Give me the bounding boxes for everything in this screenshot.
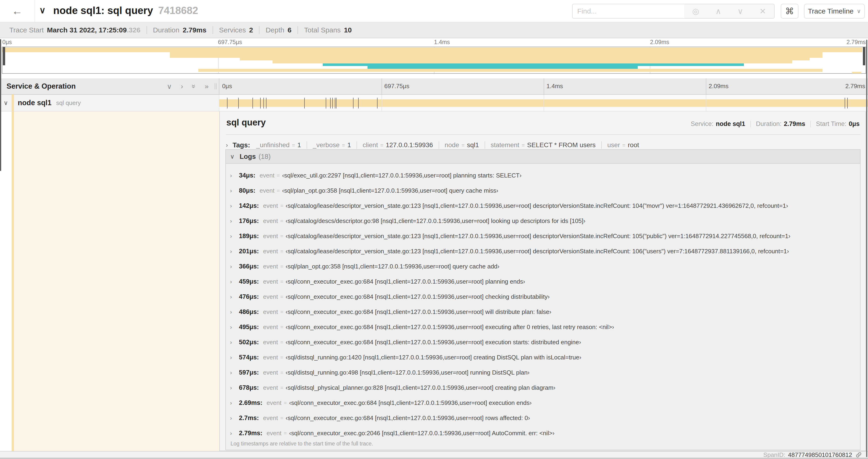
minimap-left-handle[interactable] (3, 47, 5, 65)
log-row[interactable]: ›2.69ms:event=‹sql/conn_executor_exec.go… (226, 395, 860, 411)
tag-item: client=127.0.0.1:59936 (356, 141, 438, 149)
log-row[interactable]: ›34μs:event=‹sql/exec_util.go:2297 [nsql… (226, 168, 860, 183)
expand-all-icon[interactable]: » (205, 82, 209, 90)
tree-controls: ∨ › » » (167, 82, 209, 91)
minimap-right-handle[interactable] (863, 47, 865, 65)
log-message: ‹sql/catalog/lease/descriptor_version_st… (286, 248, 789, 255)
ruler-tick-label: 0μs (222, 83, 232, 90)
spanid-value: 4877749850101760812 (788, 451, 852, 459)
log-message: ‹sql/distsql_running.go:498 [nsql1,clien… (286, 369, 529, 376)
find-next-icon[interactable]: ∨ (737, 6, 743, 16)
chevron-right-icon[interactable]: › (230, 339, 235, 346)
find-prev-icon[interactable]: ∧ (715, 6, 721, 16)
log-marker-tick (304, 98, 305, 108)
log-row[interactable]: ›189μs:event=‹sql/catalog/lease/descript… (226, 229, 860, 244)
chevron-right-icon[interactable]: › (230, 369, 235, 376)
duration-value: 2.79ms (784, 120, 805, 128)
equals-sign: = (280, 233, 283, 239)
log-row[interactable]: ›142μs:event=‹sql/catalog/lease/descript… (226, 198, 860, 214)
ruler-tick-label: 2.09ms (709, 83, 728, 90)
log-marker-tick (266, 98, 267, 108)
span-detail-meta: Service: node sql1 Duration: 2.79ms Star… (691, 120, 860, 128)
log-field-name: event (267, 399, 282, 406)
log-field-name: event (263, 217, 278, 225)
collapse-all-icon[interactable]: » (190, 85, 198, 88)
log-row[interactable]: ›176μs:event=‹sql/catalog/descs/descript… (226, 214, 860, 229)
log-row[interactable]: ›574μs:event=‹sql/distsql_running.go:142… (226, 350, 860, 365)
chevron-right-icon[interactable]: › (230, 248, 235, 255)
trace-collapse-chevron-icon[interactable]: ∨ (39, 5, 46, 15)
log-row[interactable]: ›597μs:event=‹sql/distsql_running.go:498… (226, 365, 860, 380)
locate-icon[interactable]: ◎ (692, 6, 699, 16)
log-row[interactable]: ›495μs:event=‹sql/conn_executor_exec.go:… (226, 320, 860, 335)
log-message: ‹sql/catalog/descs/descriptor.go:98 [nsq… (286, 217, 585, 225)
log-message: ‹sql/plan_opt.go:358 [nsql1,client=127.0… (282, 187, 498, 194)
spanid-label: SpanID: (763, 451, 785, 459)
log-row[interactable]: ›502μs:event=‹sql/conn_executor_exec.go:… (226, 335, 860, 350)
log-row[interactable]: ›486μs:event=‹sql/conn_executor_exec.go:… (226, 304, 860, 320)
vertical-scrollbar[interactable] (866, 40, 867, 457)
minimap-span-band (170, 52, 823, 58)
chevron-right-icon[interactable]: › (230, 385, 235, 391)
chevron-right-icon[interactable]: › (230, 218, 235, 224)
link-icon[interactable] (856, 452, 862, 458)
logs-label: Logs (240, 153, 256, 160)
chevron-right-icon[interactable]: › (230, 263, 235, 270)
chevron-right-icon[interactable]: › (230, 233, 235, 239)
log-field-name: event (263, 339, 278, 346)
chevron-right-icon[interactable]: › (230, 294, 235, 300)
span-color-strip (12, 111, 14, 451)
log-marker-tick (332, 98, 333, 108)
back-arrow-icon: ← (12, 5, 23, 17)
tag-item: _verbose=1 (307, 141, 356, 149)
chevron-right-icon[interactable]: › (230, 188, 235, 194)
summary-value: 10 (344, 26, 352, 34)
log-row[interactable]: ›80μs:event=‹sql/plan_opt.go:358 [nsql1,… (226, 183, 860, 198)
column-resizer-handle[interactable] (215, 83, 217, 89)
find-input[interactable] (572, 4, 685, 19)
find-clear-icon[interactable]: ✕ (760, 6, 766, 16)
tag-item: statement=SELECT * FROM users (485, 141, 601, 149)
chevron-right-icon[interactable]: › (230, 278, 235, 285)
left-scrollbar[interactable] (0, 39, 1, 171)
back-button[interactable]: ← (0, 0, 35, 22)
tag-item: _unfinished=1 (256, 141, 307, 149)
span-collapse-chevron-icon[interactable]: ∨ (0, 99, 12, 107)
tag-value: 1 (298, 141, 301, 149)
collapse-one-icon[interactable]: ∨ (167, 82, 172, 91)
log-field-name: event (263, 369, 278, 376)
chevron-down-icon[interactable]: ∨ (230, 153, 235, 160)
logs-list: ›34μs:event=‹sql/exec_util.go:2297 [nsql… (226, 168, 860, 441)
expand-one-icon[interactable]: › (181, 82, 183, 90)
chevron-right-icon[interactable]: › (230, 430, 235, 437)
chevron-right-icon[interactable]: › (230, 400, 235, 406)
span-timeline-cell[interactable] (219, 95, 868, 111)
log-field-name: event (260, 172, 275, 179)
log-row[interactable]: ›2.79ms:event=‹sql/conn_executor_exec.go… (226, 426, 860, 441)
keyboard-shortcuts-button[interactable]: ⌘ (781, 4, 799, 19)
log-row[interactable]: ›366μs:event=‹sql/plan_opt.go:358 [nsql1… (226, 259, 860, 274)
chevron-right-icon[interactable]: › (230, 324, 235, 330)
log-row[interactable]: ›476μs:event=‹sql/conn_executor_exec.go:… (226, 289, 860, 304)
summary-item: Services2 (213, 26, 259, 34)
log-timestamp: 486μs: (239, 308, 259, 316)
chevron-right-icon[interactable]: › (230, 203, 235, 209)
ruler-tick-label: 697.75μs (218, 39, 242, 45)
timeline-gridline (544, 95, 544, 111)
log-row[interactable]: ›459μs:event=‹sql/conn_executor_exec.go:… (226, 274, 860, 289)
logs-header[interactable]: ∨ Logs (18) (226, 150, 860, 164)
log-row[interactable]: ›2.7ms:event=‹sql/conn_executor_exec.go:… (226, 411, 860, 426)
chevron-right-icon[interactable]: › (230, 415, 235, 421)
span-service-name: node sql1 (18, 99, 52, 107)
chevron-right-icon[interactable]: › (230, 309, 235, 315)
trace-view-selector[interactable]: Trace Timeline ∨ (804, 4, 865, 19)
span-tree-row[interactable]: ∨ node sql1 sql query (0, 95, 219, 111)
log-row[interactable]: ›201μs:event=‹sql/catalog/lease/descript… (226, 244, 860, 259)
log-message: ‹sql/conn_executor_exec.go:684 [nsql1,cl… (286, 324, 614, 331)
trace-minimap[interactable] (2, 47, 866, 74)
log-marker-tick (264, 98, 264, 108)
log-row[interactable]: ›678μs:event=‹sql/distsql_physical_plann… (226, 380, 860, 395)
chevron-right-icon[interactable]: › (230, 172, 235, 179)
chevron-right-icon[interactable]: › (226, 141, 228, 149)
chevron-right-icon[interactable]: › (230, 354, 235, 361)
